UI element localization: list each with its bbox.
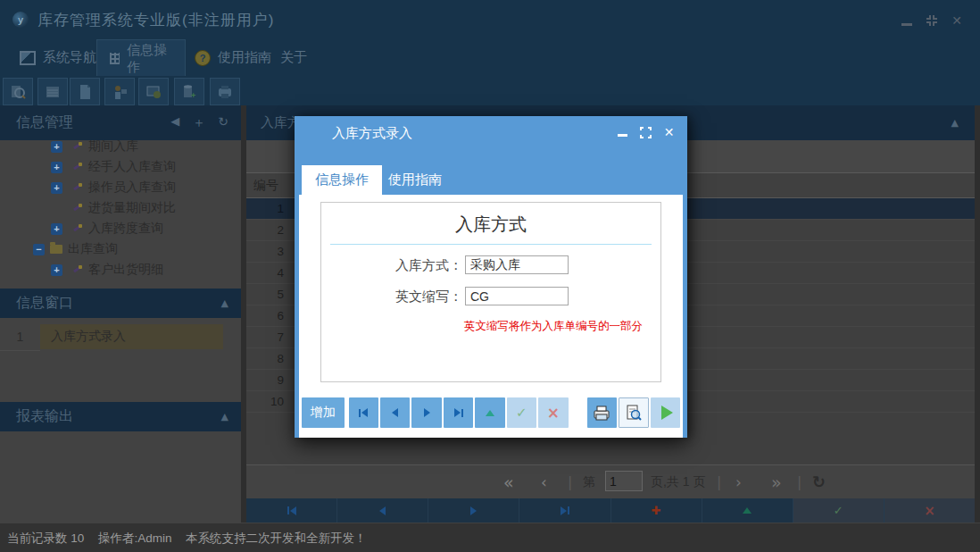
field-label-entry-method: 入库方式： — [355, 257, 462, 274]
app-title: 库存管理系统专业版(非注册用户) — [37, 10, 274, 30]
collapse-icon[interactable]: − — [33, 244, 45, 255]
list-item[interactable]: 1 入库方式录入 — [0, 323, 241, 350]
column-header: 编号 — [253, 178, 278, 194]
dialog-tab-user-guide[interactable]: 使用指南 — [375, 165, 455, 195]
tree-item[interactable]: + 客户出货明细 — [0, 260, 241, 280]
dialog-body: 入库方式 入库方式： 英文缩写： 英文缩写将作为入库单编号的一部分 增加 — [299, 195, 683, 438]
first-page-icon[interactable]: « — [503, 465, 514, 498]
next-page-icon[interactable]: › — [735, 465, 742, 498]
collapse-up-icon[interactable]: ▲ — [221, 297, 228, 309]
prev-record-icon[interactable] — [337, 498, 428, 523]
dialog-titlebar[interactable]: 入库方式录入 ✕ — [299, 116, 683, 150]
expand-icon[interactable]: + — [51, 141, 62, 153]
expand-icon[interactable]: + — [51, 182, 62, 194]
grid-icon — [110, 53, 120, 64]
database-add-icon[interactable]: + — [174, 78, 204, 105]
tree-info-manage: + 期间入库 + 经手人入库查询 + 操作员入库查询 进货量期间对比 + 入库跨… — [0, 140, 241, 289]
last-icon[interactable] — [444, 397, 473, 428]
abbreviation-input[interactable] — [465, 287, 569, 305]
tree-item[interactable]: + 操作员入库查询 — [0, 178, 241, 197]
page-number-input[interactable] — [605, 471, 643, 491]
tree-item[interactable]: + 入库跨度查询 — [0, 219, 241, 238]
entry-method-input[interactable] — [465, 255, 569, 274]
edit-record-icon[interactable] — [702, 498, 793, 523]
printer-device-icon[interactable] — [210, 78, 240, 105]
info-window-list: 1 入库方式录入 — [0, 318, 241, 402]
add-button[interactable]: 增加 — [302, 397, 345, 428]
restore-icon[interactable] — [925, 13, 939, 28]
table-list-icon[interactable] — [37, 78, 68, 105]
form-note: 英文缩写将作为入库单编号的一部分 — [464, 319, 643, 334]
first-icon[interactable] — [349, 397, 378, 428]
prev-icon[interactable] — [380, 397, 410, 428]
add-record-icon[interactable]: ✚ — [611, 498, 702, 523]
form-panel: 入库方式 入库方式： 英文缩写： 英文缩写将作为入库单编号的一部分 — [320, 202, 661, 382]
sidebar-section-report-output[interactable]: 报表输出 ▲ — [0, 402, 241, 431]
print-icon[interactable] — [587, 397, 617, 428]
wand-icon — [71, 162, 82, 172]
monitor-globe-icon[interactable] — [138, 78, 169, 105]
print-preview-icon[interactable] — [619, 397, 649, 428]
menubar: 系统导航 信息操作 ? 使用指南 关于 — [0, 39, 980, 76]
user-card-icon[interactable] — [104, 78, 135, 105]
tree-item[interactable]: + 期间入库 — [0, 140, 241, 156]
confirm-icon[interactable]: ✓ — [507, 397, 536, 428]
list-item-label[interactable]: 入库方式录入 — [40, 324, 223, 349]
refresh-icon[interactable]: ↻ — [218, 114, 228, 131]
next-icon[interactable] — [411, 397, 441, 428]
status-note: 本系统支持二次开发和全新开发！ — [186, 531, 367, 547]
tree-item[interactable]: + 经手人入库查询 — [0, 157, 241, 177]
tree-item[interactable]: − 出库查询 — [0, 239, 241, 259]
expand-icon[interactable]: + — [51, 264, 62, 276]
page-total-label: 页,共 1 页 — [651, 465, 705, 498]
tab-about[interactable]: 关于 — [268, 39, 320, 76]
minimize-icon[interactable] — [900, 13, 914, 28]
help-coin-icon: ? — [195, 50, 211, 66]
tab-info-operation[interactable]: 信息操作 — [96, 39, 186, 77]
run-icon[interactable] — [651, 397, 680, 428]
collapse-up-icon[interactable]: ▲ — [221, 411, 228, 422]
sidebar-section-info-manage[interactable]: 信息管理 ◀ ＋ ↻ — [0, 105, 241, 140]
page-label: 第 — [583, 465, 595, 498]
tree-item[interactable]: 进货量期间对比 — [0, 198, 241, 218]
window-icon — [20, 51, 36, 65]
minimize-icon[interactable] — [616, 126, 629, 139]
report-output-list — [0, 431, 241, 523]
titlebar: y 库存管理系统专业版(非注册用户) ✕ — [0, 0, 980, 39]
last-record-icon[interactable] — [519, 498, 610, 523]
cancel-record-icon[interactable]: × — [884, 498, 975, 523]
pagination-bar: « ‹ | 第 页,共 1 页 | › » | ↻ — [246, 464, 975, 498]
dialog-tab-info-operation[interactable]: 信息操作 — [302, 165, 382, 195]
wand-icon — [71, 223, 82, 234]
app-window: y 库存管理系统专业版(非注册用户) ✕ 系统导航 信息操作 ? 使用指南 关于 — [0, 0, 980, 552]
last-page-icon[interactable]: » — [771, 465, 782, 498]
cancel-icon[interactable]: × — [538, 397, 568, 428]
close-icon[interactable]: ✕ — [662, 126, 676, 139]
prev-page-icon[interactable]: ‹ — [541, 465, 547, 498]
list-item-index: 1 — [0, 323, 40, 351]
next-record-icon[interactable] — [428, 498, 519, 523]
up-icon[interactable] — [475, 397, 504, 428]
sidebar-section-info-window[interactable]: 信息窗口 ▲ — [0, 289, 241, 318]
icon-toolbar: + — [0, 76, 980, 105]
collapse-left-icon[interactable]: ◀ — [170, 114, 179, 131]
plus-icon[interactable]: ＋ — [192, 114, 205, 131]
wand-icon — [71, 182, 82, 193]
dialog-title: 入库方式录入 — [332, 125, 412, 142]
close-icon[interactable]: ✕ — [950, 13, 964, 28]
search-doc-icon[interactable] — [3, 78, 33, 105]
expand-icon[interactable]: + — [51, 223, 62, 235]
collapse-up-icon[interactable]: ▲ — [951, 117, 959, 129]
app-logo-icon: y — [12, 12, 29, 28]
document-icon[interactable] — [70, 78, 100, 105]
operator-label: 操作者:Admin — [98, 531, 172, 547]
wand-icon — [71, 203, 82, 213]
expand-icon[interactable]: + — [51, 162, 62, 173]
refresh-icon[interactable]: ↻ — [812, 465, 826, 498]
window-controls: ✕ — [900, 13, 964, 28]
first-record-icon[interactable] — [246, 498, 337, 523]
post-record-icon[interactable]: ✓ — [793, 498, 884, 523]
maximize-icon[interactable] — [639, 126, 652, 139]
tab-system-nav[interactable]: 系统导航 — [7, 39, 109, 76]
dialog-entry-method: 入库方式录入 ✕ 信息操作 使用指南 入库方式 — [295, 116, 687, 438]
